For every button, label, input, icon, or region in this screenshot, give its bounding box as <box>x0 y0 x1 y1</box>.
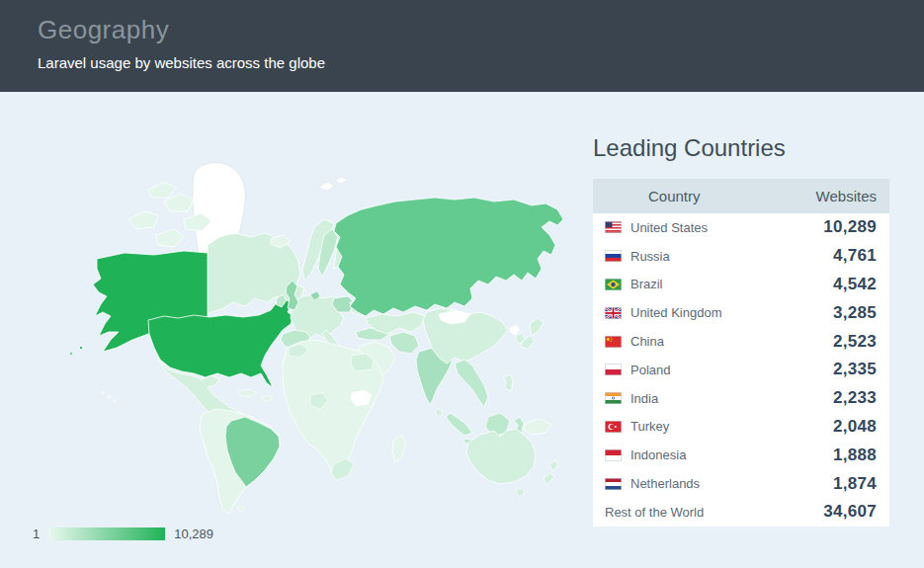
map-region-russia[interactable] <box>334 198 563 316</box>
country-name: China <box>630 334 833 349</box>
legend-max-label: 10,289 <box>174 527 213 541</box>
websites-count: 4,761 <box>833 246 877 266</box>
websites-count: 34,607 <box>823 502 877 522</box>
websites-count: 2,233 <box>833 388 877 408</box>
world-choropleth-map[interactable] <box>8 128 581 519</box>
page-title: Geography <box>38 15 924 45</box>
map-region-sri-lanka[interactable] <box>435 409 443 417</box>
websites-count: 4,542 <box>833 275 877 294</box>
table-row: Russia 4,761 <box>593 242 889 271</box>
map-region-new-guinea[interactable] <box>524 419 551 435</box>
map-region-hawaii[interactable] <box>108 396 111 399</box>
map-region-hawaii[interactable] <box>114 400 116 402</box>
map-region-tasmania[interactable] <box>516 488 525 497</box>
table-row: Poland 2,335 <box>593 356 889 384</box>
country-name: India <box>630 391 833 406</box>
flag-tr-icon <box>605 421 622 433</box>
map-region-se-asia[interactable] <box>455 360 488 407</box>
table-row: United Kingdom 3,285 <box>593 298 889 327</box>
websites-count: 2,048 <box>833 417 877 437</box>
country-name: Poland <box>630 363 833 377</box>
map-region-philippines[interactable] <box>504 374 513 391</box>
flag-nl-icon <box>605 478 622 490</box>
leading-countries-panel: Leading Countries Country Websites Unite… <box>593 134 889 527</box>
table-row: Turkey 2,048 <box>593 413 889 442</box>
table-row: United States 10,289 <box>593 213 889 242</box>
country-name: Russia <box>630 249 833 264</box>
table-row: Brazil 4,542 <box>593 271 889 299</box>
table-row: India 2,233 <box>593 384 889 413</box>
column-header-country: Country <box>593 188 701 204</box>
country-name: United States <box>630 220 823 235</box>
map-region-madagascar[interactable] <box>392 435 406 462</box>
flag-in-icon <box>605 392 622 404</box>
country-name: Brazil <box>630 277 833 291</box>
map-region-hawaii[interactable] <box>102 392 105 395</box>
map-region-iran[interactable] <box>389 332 419 354</box>
flag-pl-icon <box>605 364 622 375</box>
map-region-falklands[interactable] <box>237 506 245 512</box>
legend-min-label: 1 <box>33 527 40 541</box>
map-region-australia[interactable] <box>466 429 536 484</box>
map-region-cuba[interactable] <box>237 389 257 397</box>
country-name: Netherlands <box>630 476 833 491</box>
flag-id-icon <box>605 449 622 461</box>
country-name: Turkey <box>630 419 833 434</box>
flag-us-icon <box>605 221 622 233</box>
websites-count: 3,285 <box>833 303 877 323</box>
map-region-aleutians[interactable] <box>79 346 82 349</box>
flag-cn-icon <box>605 336 622 348</box>
map-region-north-korea[interactable] <box>510 325 520 335</box>
table-row: Indonesia 1,888 <box>593 441 889 469</box>
flag-gb-icon <box>605 307 622 319</box>
panel-title: Leading Countries <box>593 134 889 162</box>
table-header: Country Websites <box>593 179 889 213</box>
country-name: United Kingdom <box>630 305 833 320</box>
map-region-aleutians[interactable] <box>70 353 73 356</box>
table-row: Netherlands 1,874 <box>593 469 889 498</box>
page-subtitle: Laravel usage by websites across the glo… <box>38 54 924 71</box>
websites-count: 2,523 <box>833 332 877 352</box>
column-header-websites: Websites <box>701 188 889 204</box>
countries-table-body: United States 10,289 Russia 4,761 Brazil… <box>593 213 889 527</box>
country-name: Indonesia <box>630 447 833 462</box>
flag-ru-icon <box>605 250 622 262</box>
map-legend: 1 10,289 <box>33 527 213 541</box>
map-region-new-zealand[interactable] <box>544 460 558 485</box>
flag-br-icon <box>605 279 622 290</box>
map-region-japan[interactable] <box>521 318 544 349</box>
websites-count: 2,335 <box>833 360 877 379</box>
legend-gradient-bar <box>48 527 165 540</box>
page-header: Geography Laravel usage by websites acro… <box>0 0 924 92</box>
table-row: Rest of the World 34,607 <box>593 498 889 527</box>
map-region-svalbard[interactable] <box>320 177 347 191</box>
websites-count: 10,289 <box>823 217 877 237</box>
country-name: Rest of the World <box>605 505 823 520</box>
map-region-hispaniola[interactable] <box>261 395 273 402</box>
websites-count: 1,874 <box>833 474 877 494</box>
table-row: China 2,523 <box>593 327 889 356</box>
websites-count: 1,888 <box>833 446 877 465</box>
geography-dashboard: Geography Laravel usage by websites acro… <box>0 0 924 568</box>
